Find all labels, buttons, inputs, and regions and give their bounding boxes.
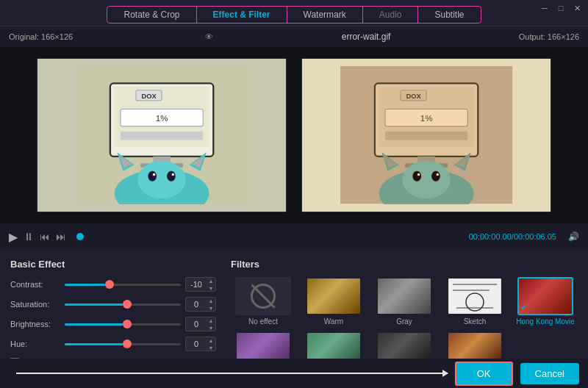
title-bar: ─ □ ✕ [534, 0, 588, 16]
saturation-label: Saturation: [10, 300, 60, 309]
filter-label-warm: Warm [324, 317, 343, 326]
svg-text:1%: 1% [156, 113, 168, 123]
svg-point-16 [148, 171, 157, 182]
contrast-value: -10 [186, 280, 207, 289]
original-size: Original: 166×126 [9, 32, 73, 41]
preview-area: DOX 1% [0, 47, 588, 223]
minimize-button[interactable]: ─ [539, 3, 550, 13]
basic-effect-panel: Basic Effect Contrast: -10 ▲ ▼ Saturatio… [10, 259, 216, 350]
hue-value: 0 [186, 340, 207, 348]
tab-bar: Rotate & Crop Effect & Filter Watermark … [0, 0, 588, 26]
basic-effect-title: Basic Effect [10, 259, 216, 270]
filter-visual-warm [307, 279, 360, 314]
filter-warm[interactable]: Warm [301, 277, 366, 326]
original-canvas: DOX 1% [37, 59, 286, 212]
saturation-down[interactable]: ▼ [207, 304, 215, 312]
next-button[interactable]: ⏭ [56, 231, 66, 242]
arrow-head-icon [442, 370, 448, 377]
filter-thumb-sketch [447, 277, 503, 315]
filter-label-sketch: Sketch [464, 317, 487, 326]
filters-scroll: No effect Warm Gray [231, 277, 578, 372]
eye-icon[interactable]: 👁 [205, 32, 213, 41]
hue-row: Hue: 0 ▲ ▼ [10, 337, 216, 351]
brightness-value-box: 0 ▲ ▼ [185, 317, 216, 331]
hue-slider[interactable] [65, 343, 181, 345]
saturation-value: 0 [186, 300, 207, 309]
filter-label-gray: Gray [396, 317, 412, 326]
saturation-row: Saturation: 0 ▲ ▼ [10, 297, 216, 312]
filter-thumb-no-effect [235, 277, 291, 315]
tab-wrapper: Rotate & Crop Effect & Filter Watermark … [107, 6, 481, 24]
brightness-value: 0 [186, 320, 207, 328]
svg-point-18 [153, 173, 156, 176]
play-button[interactable]: ▶ [9, 230, 18, 244]
tab-watermark[interactable]: Watermark [287, 7, 363, 23]
bottom-panel: Basic Effect Contrast: -10 ▲ ▼ Saturatio… [0, 250, 588, 359]
brightness-label: Brightness: [10, 320, 60, 328]
filename: error-wait.gif [342, 32, 391, 42]
contrast-label: Contrast: [10, 280, 60, 289]
preview-filtered: DOX 1% [301, 58, 551, 212]
hue-down[interactable]: ▼ [207, 344, 215, 351]
filter-label-no-effect: No effect [248, 317, 278, 326]
tab-effect[interactable]: Effect & Filter [197, 7, 287, 23]
filter-gray[interactable]: Gray [372, 277, 437, 326]
svg-text:DOX: DOX [141, 93, 157, 101]
filter-no-effect[interactable]: No effect [231, 277, 295, 326]
progress-dot[interactable] [76, 233, 84, 240]
brightness-up[interactable]: ▲ [207, 317, 215, 324]
hue-up[interactable]: ▲ [207, 337, 215, 344]
brightness-down[interactable]: ▼ [207, 324, 215, 331]
svg-point-15 [137, 161, 186, 198]
volume-icon[interactable]: 🔊 [568, 231, 579, 242]
tab-rotate[interactable]: Rotate & Crop [107, 7, 196, 23]
filter-label-hk: Hong Kong Movie [516, 317, 575, 326]
svg-rect-7 [121, 132, 203, 140]
selected-check-icon: ✔ [520, 303, 527, 312]
hue-label: Hue: [10, 340, 60, 348]
svg-rect-40 [340, 66, 512, 204]
preview-original: DOX 1% [37, 58, 287, 212]
cancel-button[interactable]: Cancel [520, 363, 579, 384]
contrast-up[interactable]: ▲ [207, 277, 215, 284]
svg-point-17 [167, 171, 176, 182]
filter-visual-gray [378, 279, 431, 314]
svg-rect-41 [449, 279, 501, 314]
arrow-indicator [9, 373, 448, 374]
filtered-canvas: DOX 1% [302, 59, 551, 212]
footer: OK Cancel [0, 359, 588, 388]
info-bar: Original: 166×126 👁 error-wait.gif Outpu… [0, 26, 588, 47]
filters-panel: Filters No effect Warm [231, 259, 578, 350]
filter-sketch[interactable]: Sketch [442, 277, 507, 326]
stop-button[interactable]: ⏸ [24, 231, 34, 242]
time-display: 00:00:00.00/00:00:06.05 [469, 232, 556, 241]
brightness-slider[interactable] [65, 323, 181, 326]
contrast-down[interactable]: ▼ [207, 284, 215, 292]
tab-subtitle[interactable]: Subtitle [418, 7, 480, 23]
filter-visual-sketch [448, 279, 501, 314]
svg-point-19 [171, 173, 174, 176]
filters-grid: No effect Warm Gray [231, 277, 578, 372]
ok-button[interactable]: OK [455, 362, 513, 386]
saturation-value-box: 0 ▲ ▼ [185, 297, 216, 312]
no-effect-icon [251, 284, 276, 309]
arrow-line [16, 373, 448, 374]
filters-title: Filters [231, 259, 578, 270]
maximize-button[interactable]: □ [556, 3, 566, 13]
saturation-slider[interactable] [65, 303, 181, 306]
contrast-slider[interactable] [65, 284, 181, 286]
close-button[interactable]: ✕ [572, 3, 582, 13]
filter-thumb-gray [376, 277, 432, 315]
brightness-row: Brightness: 0 ▲ ▼ [10, 317, 216, 331]
filter-thumb-hk: ✔ [517, 277, 573, 315]
hue-value-box: 0 ▲ ▼ [185, 337, 216, 351]
prev-button[interactable]: ⏮ [40, 231, 50, 242]
filter-thumb-warm [306, 277, 362, 315]
tab-audio[interactable]: Audio [363, 7, 419, 23]
contrast-value-box: -10 ▲ ▼ [185, 277, 216, 292]
contrast-row: Contrast: -10 ▲ ▼ [10, 277, 216, 292]
saturation-up[interactable]: ▲ [207, 297, 215, 304]
filter-hk-movie[interactable]: ✔ Hong Kong Movie [513, 277, 578, 326]
playback-bar: ▶ ⏸ ⏮ ⏭ 00:00:00.00/00:00:06.05 🔊 [0, 223, 588, 250]
output-size: Output: 166×126 [519, 32, 579, 41]
